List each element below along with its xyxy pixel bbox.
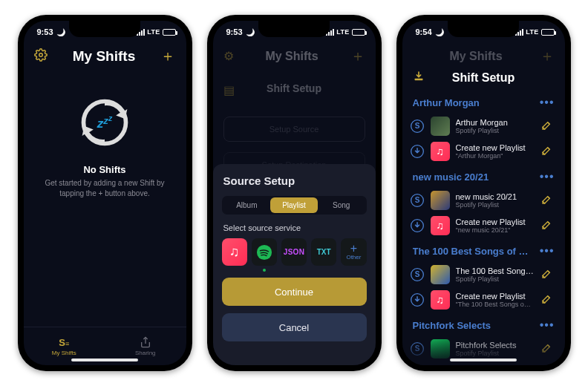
phone-my-shifts: 9:53 LTE My Shifts ＋ zzz No Shifts Get s…: [18, 15, 192, 371]
battery-icon: [163, 29, 176, 36]
spotify-source-icon: S: [410, 119, 425, 134]
sheet-title: Source Setup: [222, 174, 367, 187]
download-target-icon: [410, 292, 425, 307]
tab-label: My Shifts: [52, 350, 76, 356]
svg-point-0: [39, 53, 42, 56]
more-icon[interactable]: •••: [540, 96, 555, 109]
section-title: Pitchfork Selects: [413, 320, 491, 331]
list-item[interactable]: Snew music 20/21Spotify Playlist: [402, 188, 565, 213]
service-txt[interactable]: TXT: [311, 238, 336, 266]
spotify-source-icon: S: [410, 267, 425, 282]
section-header[interactable]: Pitchfork Selects•••: [402, 312, 565, 336]
selected-dot-icon: [263, 269, 266, 272]
network-label: LTE: [147, 28, 160, 36]
tab-label: Sharing: [135, 350, 156, 356]
svg-text:S: S: [414, 344, 419, 353]
service-picker: ♫ JSON TXT +Other: [222, 238, 367, 266]
segment-album[interactable]: Album: [223, 197, 271, 213]
sharing-icon: [140, 336, 151, 348]
header: My Shifts ＋: [24, 43, 186, 72]
bg-header: My Shifts＋: [402, 43, 565, 72]
battery-icon: [352, 29, 365, 36]
section-title: new music 20/21: [413, 171, 489, 183]
svg-text:S: S: [414, 196, 419, 204]
section-title: The 100 Best Songs of 2…: [413, 246, 532, 257]
bg-subtitle: Shift Setup: [213, 72, 376, 94]
save-to-library-icon[interactable]: [413, 71, 425, 85]
section-header[interactable]: new music 20/21•••: [402, 164, 565, 188]
shifts-list[interactable]: Arthur Morgan•••SArthur MorganSpotify Pl…: [402, 90, 565, 365]
bg-header: ⚙ My Shifts ＋: [213, 43, 376, 72]
svg-rect-5: [414, 79, 422, 81]
service-other[interactable]: +Other: [341, 238, 366, 266]
more-icon[interactable]: •••: [540, 318, 555, 332]
cancel-button[interactable]: Cancel: [222, 313, 367, 341]
list-item[interactable]: ♫Create new Playlist"new music 20/21": [402, 213, 565, 238]
list-item[interactable]: SArthur MorganSpotify Playlist: [402, 114, 565, 139]
playlist-thumbnail: ♫: [431, 290, 450, 310]
playlist-thumbnail: ♫: [431, 142, 450, 161]
type-segmented-control[interactable]: Album Playlist Song: [222, 196, 367, 215]
more-icon[interactable]: •••: [540, 170, 555, 183]
add-shift-button: ＋: [350, 46, 365, 66]
phone-source-setup: 9:53 LTE ⚙ My Shifts ＋ ▤ Shift Setup Set…: [207, 15, 382, 371]
segment-playlist[interactable]: Playlist: [270, 197, 318, 213]
download-target-icon: [410, 144, 425, 159]
svg-text:zzz: zzz: [97, 114, 113, 131]
edit-pencil-icon[interactable]: [541, 341, 555, 356]
download-target-icon: [410, 218, 425, 233]
notch: [258, 21, 330, 37]
list-item[interactable]: SThe 100 Best Songs o…Spotify Playlist: [402, 262, 565, 287]
segment-song[interactable]: Song: [318, 197, 365, 213]
bg-title: My Shifts: [265, 50, 318, 63]
continue-button[interactable]: Continue: [222, 278, 367, 306]
settings-gear-icon: ⚙: [223, 49, 234, 63]
page-title: My Shifts: [73, 48, 135, 65]
row-text: new music 20/21Spotify Playlist: [456, 192, 535, 209]
section-title: Arthur Morgan: [413, 97, 480, 108]
notch: [69, 21, 140, 37]
shifts-icon: S≡: [59, 337, 69, 348]
source-setup-sheet: Source Setup Album Playlist Song Select …: [213, 164, 376, 365]
network-label: LTE: [336, 28, 349, 36]
add-shift-button[interactable]: ＋: [160, 46, 175, 66]
playlist-thumbnail: [431, 117, 450, 136]
edit-pencil-icon[interactable]: [541, 193, 555, 208]
phone-shift-list: 9:54 LTE My Shifts＋ Shift Setup Arthur M…: [396, 15, 571, 371]
playlist-thumbnail: ♫: [431, 216, 450, 235]
row-text: Create new Playlist"new music 20/21": [456, 217, 535, 234]
empty-state: zzz No Shifts Get started by adding a ne…: [24, 72, 186, 327]
edit-pencil-icon[interactable]: [541, 267, 555, 282]
page-title: Shift Setup: [452, 71, 514, 85]
service-spotify[interactable]: [252, 238, 277, 266]
edit-pencil-icon[interactable]: [541, 292, 555, 307]
select-service-label: Select source service: [222, 223, 367, 232]
empty-title: No Shifts: [83, 164, 125, 175]
section-header[interactable]: The 100 Best Songs of 2…•••: [402, 238, 565, 262]
settings-gear-icon[interactable]: [34, 48, 48, 65]
empty-body: Get started by adding a new Shift by tap…: [37, 178, 173, 198]
list-item[interactable]: ♫Create new Playlist"The 100 Best Songs …: [402, 287, 565, 312]
battery-icon: [541, 29, 555, 36]
list-item[interactable]: ♫Create new Playlist"Arthur Morgan": [402, 139, 565, 164]
dnd-moon-icon: [246, 27, 255, 36]
edit-pencil-icon[interactable]: [541, 218, 555, 233]
home-indicator[interactable]: [71, 359, 138, 361]
svg-text:S: S: [414, 270, 419, 278]
edit-pencil-icon[interactable]: [541, 119, 555, 134]
clock: 9:53: [37, 27, 53, 36]
dnd-moon-icon: [56, 27, 65, 36]
service-apple-music[interactable]: ♫: [222, 238, 247, 266]
home-indicator[interactable]: [450, 359, 517, 361]
clock: 9:53: [226, 27, 243, 36]
edit-pencil-icon[interactable]: [541, 144, 555, 159]
row-text: Create new Playlist"Arthur Morgan": [456, 143, 535, 160]
list-item[interactable]: SPitchfork SelectsSpotify Playlist: [402, 336, 565, 361]
section-header[interactable]: Arthur Morgan•••: [402, 90, 565, 114]
service-json[interactable]: JSON: [281, 238, 307, 266]
svg-text:S: S: [414, 122, 419, 130]
spotify-source-icon: S: [410, 341, 425, 356]
spotify-source-icon: S: [410, 193, 425, 208]
row-text: Create new Playlist"The 100 Best Songs o…: [456, 292, 535, 308]
more-icon[interactable]: •••: [540, 244, 555, 258]
